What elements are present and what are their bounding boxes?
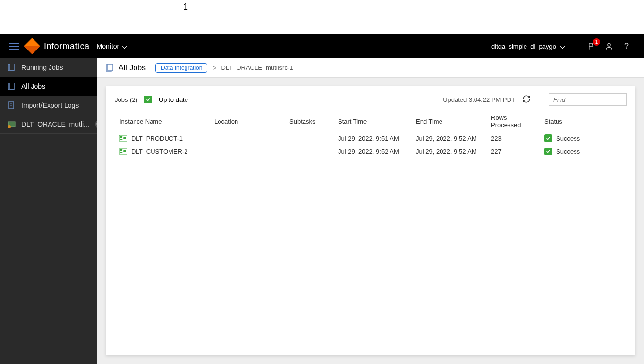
find-input-wrap xyxy=(549,93,627,106)
cell-rows-processed: 223 xyxy=(486,132,540,145)
product-switcher[interactable]: Monitor xyxy=(97,42,126,50)
svg-rect-15 xyxy=(124,137,126,139)
panel-header: Jobs (2) Up to date Updated 3:04:22 PM P… xyxy=(115,93,627,106)
cell-subtasks xyxy=(285,145,333,158)
col-status[interactable]: Status xyxy=(540,111,627,132)
cell-subtasks xyxy=(285,132,333,145)
sidebar-item-label: All Jobs xyxy=(21,83,45,90)
sidebar-item-label: Running Jobs xyxy=(21,64,63,71)
jobs-count-label: Jobs (2) xyxy=(115,96,137,103)
refresh-button[interactable] xyxy=(522,95,531,105)
annotation-region: 1 xyxy=(0,0,644,34)
svg-rect-2 xyxy=(10,64,15,70)
status-label: Success xyxy=(556,148,580,155)
breadcrumb-chip[interactable]: Data Integration xyxy=(155,63,207,73)
logs-icon xyxy=(8,101,16,109)
notifications-button[interactable]: 1 xyxy=(587,41,596,51)
sidebar-item-label: DLT_ORACLE_mutli... xyxy=(21,120,89,128)
svg-point-0 xyxy=(608,43,610,46)
instance-name: DLT_CUSTOMER-2 xyxy=(131,148,188,155)
org-label: dltqa_simple_di_paygo xyxy=(491,43,556,50)
sidebar-item-import-export-logs[interactable]: Import/Export Logs xyxy=(0,96,97,115)
breadcrumb-current: DLT_ORACLE_mutlisrc-1 xyxy=(221,64,293,71)
jobs-panel: Jobs (2) Up to date Updated 3:04:22 PM P… xyxy=(106,86,635,355)
success-check-icon xyxy=(544,148,552,155)
annotation-number: 1 xyxy=(183,2,188,12)
mapping-task-icon xyxy=(119,148,127,155)
sidebar-item-label: Import/Export Logs xyxy=(21,101,79,109)
col-subtasks[interactable]: Subtasks xyxy=(285,111,333,132)
sidebar-nav: Running Jobs All Jobs Import/Export Logs… xyxy=(0,58,97,364)
uptodate-check-icon xyxy=(144,96,152,103)
find-input[interactable] xyxy=(549,94,626,105)
cell-start-time: Jul 29, 2022, 9:52 AM xyxy=(333,145,411,158)
col-instance-name[interactable]: Instance Name xyxy=(115,111,209,132)
help-icon: ? xyxy=(624,41,629,51)
help-button[interactable]: ? xyxy=(622,41,631,51)
updated-timestamp: Updated 3:04:22 PM PDT xyxy=(443,96,515,103)
cell-location xyxy=(209,132,285,145)
jobs-table: Instance Name Location Subtasks Start Ti… xyxy=(115,111,627,158)
uptodate-label: Up to date xyxy=(159,96,188,103)
table-header-row: Instance Name Location Subtasks Start Ti… xyxy=(115,111,627,132)
breadcrumb-title: All Jobs xyxy=(119,64,146,72)
brand-name: Informatica xyxy=(44,41,90,51)
divider xyxy=(576,41,576,51)
informatica-logo-icon xyxy=(24,38,40,54)
annotation-line xyxy=(186,13,186,34)
breadcrumb-bar: All Jobs Data Integration > DLT_ORACLE_m… xyxy=(97,58,644,78)
svg-rect-13 xyxy=(120,136,122,138)
svg-rect-11 xyxy=(108,64,113,71)
status-label: Success xyxy=(556,135,580,142)
col-end-time[interactable]: End Time xyxy=(411,111,486,132)
cell-end-time: Jul 29, 2022, 9:52 AM xyxy=(411,145,486,158)
app-header: Informatica Monitor dltqa_simple_di_payg… xyxy=(0,34,644,58)
mapping-task-icon xyxy=(119,134,127,142)
jobs-icon xyxy=(8,64,16,71)
cell-end-time: Jul 29, 2022, 9:52 AM xyxy=(411,132,486,145)
user-button[interactable] xyxy=(604,41,614,51)
col-location[interactable]: Location xyxy=(209,111,285,132)
notification-badge: 1 xyxy=(593,38,600,46)
product-label: Monitor xyxy=(97,42,119,50)
svg-rect-4 xyxy=(10,83,15,89)
menu-toggle-button[interactable] xyxy=(9,41,19,51)
sidebar-item-all-jobs[interactable]: All Jobs xyxy=(0,77,97,96)
svg-rect-14 xyxy=(120,139,122,140)
jobs-icon xyxy=(106,64,114,72)
svg-rect-19 xyxy=(120,149,122,151)
user-icon xyxy=(605,42,613,50)
table-row[interactable]: DLT_CUSTOMER-2Jul 29, 2022, 9:52 AMJul 2… xyxy=(115,145,627,158)
org-switcher[interactable]: dltqa_simple_di_paygo xyxy=(491,43,564,50)
table-row[interactable]: DLT_PRODUCT-1Jul 29, 2022, 9:51 AMJul 29… xyxy=(115,132,627,145)
sidebar-item-dlt-oracle[interactable]: DLT_ORACLE_mutli... ✕ xyxy=(0,115,97,134)
chevron-down-icon xyxy=(122,42,126,50)
task-icon xyxy=(8,120,16,128)
cell-location xyxy=(209,145,285,158)
col-rows-processed[interactable]: Rows Processed xyxy=(486,111,540,132)
instance-name: DLT_PRODUCT-1 xyxy=(131,135,183,142)
chevron-down-icon xyxy=(560,43,564,50)
cell-rows-processed: 227 xyxy=(486,145,540,158)
col-start-time[interactable]: Start Time xyxy=(333,111,411,132)
refresh-icon xyxy=(522,95,531,103)
sidebar-item-running-jobs[interactable]: Running Jobs xyxy=(0,58,97,77)
svg-rect-20 xyxy=(120,152,122,153)
svg-rect-21 xyxy=(124,150,126,152)
main-content: All Jobs Data Integration > DLT_ORACLE_m… xyxy=(97,58,644,364)
divider xyxy=(540,94,540,105)
breadcrumb-separator: > xyxy=(212,64,216,72)
cell-start-time: Jul 29, 2022, 9:51 AM xyxy=(333,132,411,145)
jobs-icon xyxy=(8,83,16,90)
success-check-icon xyxy=(544,134,552,142)
svg-point-9 xyxy=(8,125,11,128)
